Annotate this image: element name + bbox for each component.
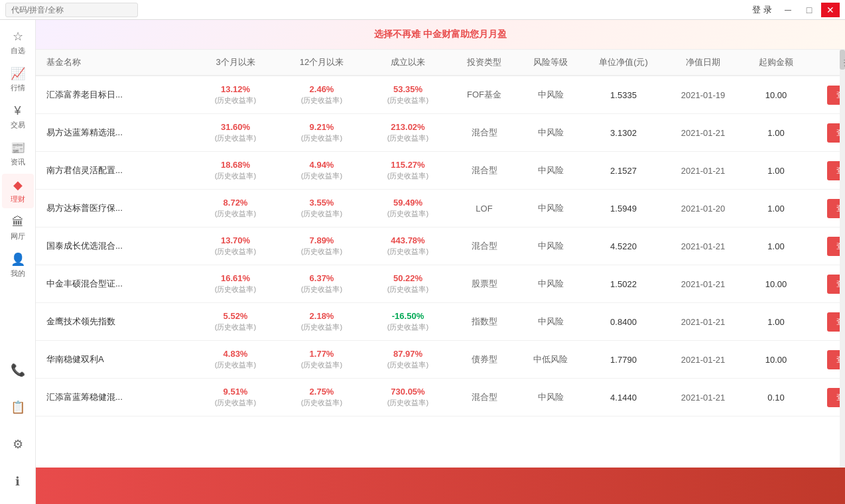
- sidebar-item-wanting[interactable]: 🏛 网厅: [2, 211, 34, 245]
- date-4: 2021-01-21: [663, 241, 743, 251]
- fund-name-1: 易方达蓝筹精选混...: [46, 127, 192, 139]
- nav-1: 3.1302: [584, 128, 663, 138]
- date-3: 2021-01-20: [663, 204, 743, 214]
- content-area: 选择不再难 中金财富助您月月盈 基金名称 3个月以来 12个月以来 成立以来 投…: [36, 20, 845, 504]
- fund-name-7: 华南稳健双利A: [46, 353, 192, 365]
- risk-1: 中风险: [517, 127, 584, 139]
- nav-2: 2.1527: [584, 166, 663, 176]
- type-3: LOF: [451, 204, 517, 214]
- retall-val-0: 53.35%: [393, 84, 422, 94]
- sidebar-item-info[interactable]: ℹ: [2, 464, 34, 499]
- fund-name-8: 汇添富蓝筹稳健混...: [46, 391, 192, 403]
- table-row: 易方达蓝筹精选混... 31.60% (历史收益率) 9.21% (历史收益率)…: [36, 114, 840, 152]
- ret12m-val-3: 3.55%: [310, 198, 334, 208]
- retall-cell-1: 213.02% (历史收益率): [365, 122, 451, 143]
- sidebar-item-settings[interactable]: ⚙: [2, 427, 34, 462]
- ret12m-sub-4: (历史收益率): [301, 247, 342, 257]
- sidebar-item-licai[interactable]: ◆ 理财: [2, 174, 34, 208]
- col-header-op: 操作: [809, 56, 845, 68]
- nav-5: 1.5022: [584, 279, 663, 289]
- type-2: 混合型: [451, 164, 517, 176]
- sidebar-item-zixun[interactable]: 📰 资讯: [2, 137, 34, 171]
- sidebar-item-list[interactable]: 📋: [2, 390, 34, 424]
- wode-icon: 👤: [11, 252, 25, 267]
- ret12m-cell-2: 4.94% (历史收益率): [279, 160, 365, 181]
- ret3m-cell-3: 8.72% (历史收益率): [192, 198, 279, 219]
- banner-text: 选择不再难 中金财富助您月月盈: [374, 29, 507, 40]
- sidebar-item-jiaoyi[interactable]: ¥ 交易: [2, 99, 34, 134]
- jiaoyi-icon: ¥: [14, 104, 21, 118]
- login-button[interactable]: 登 录: [748, 4, 776, 16]
- ret12m-cell-8: 2.75% (历史收益率): [279, 387, 365, 408]
- minbuy-5: 10.00: [743, 279, 809, 289]
- search-input[interactable]: [5, 3, 138, 17]
- table-row: 国泰成长优选混合... 13.70% (历史收益率) 7.89% (历史收益率)…: [36, 227, 840, 265]
- ret12m-cell-0: 2.46% (历史收益率): [279, 84, 365, 105]
- retall-sub-6: (历史收益率): [387, 322, 428, 332]
- nav-6: 0.8400: [584, 317, 663, 327]
- retall-cell-2: 115.27% (历史收益率): [365, 160, 451, 181]
- ret3m-sub-5: (历史收益率): [215, 284, 256, 294]
- title-bar: 登 录 ─ □ ✕: [0, 0, 845, 20]
- date-7: 2021-01-21: [663, 355, 743, 365]
- banner: 选择不再难 中金财富助您月月盈: [36, 20, 845, 50]
- ret12m-sub-0: (历史收益率): [301, 95, 342, 105]
- table-row: 易方达标普医疗保... 8.72% (历史收益率) 3.55% (历史收益率) …: [36, 190, 840, 227]
- retall-val-1: 213.02%: [391, 122, 424, 132]
- sidebar-item-zixuan[interactable]: ☆ 自选: [2, 25, 34, 60]
- ret3m-val-4: 13.70%: [221, 235, 250, 245]
- sidebar-label-jiaoyi: 交易: [11, 120, 25, 130]
- phone-icon: 📞: [11, 363, 25, 377]
- retall-val-2: 115.27%: [391, 160, 424, 170]
- table-row: 中金丰硕混合型证... 16.61% (历史收益率) 6.37% (历史收益率)…: [36, 265, 840, 303]
- ret3m-sub-3: (历史收益率): [215, 209, 256, 219]
- ret12m-cell-3: 3.55% (历史收益率): [279, 198, 365, 219]
- title-bar-left: [5, 3, 138, 17]
- ret3m-val-8: 9.51%: [224, 387, 248, 397]
- retall-val-3: 59.49%: [393, 198, 422, 208]
- ret12m-sub-3: (历史收益率): [301, 209, 342, 219]
- ret12m-val-4: 7.89%: [310, 235, 334, 245]
- ret3m-sub-8: (历史收益率): [215, 398, 256, 408]
- sidebar-item-wode[interactable]: 👤 我的: [2, 248, 34, 283]
- ret3m-cell-6: 5.52% (历史收益率): [192, 311, 279, 332]
- risk-6: 中风险: [517, 316, 584, 328]
- fund-table: 基金名称 3个月以来 12个月以来 成立以来 投资类型 风险等级 单位净值(元)…: [36, 50, 845, 468]
- ret3m-val-2: 18.68%: [221, 160, 250, 170]
- sidebar-label-wode: 我的: [11, 269, 25, 279]
- retall-val-5: 50.22%: [393, 273, 422, 283]
- risk-8: 中风险: [517, 391, 584, 403]
- risk-3: 中风险: [517, 202, 584, 214]
- retall-val-4: 443.78%: [391, 235, 424, 245]
- sidebar-item-hangqing[interactable]: 📈 行情: [2, 62, 34, 97]
- date-8: 2021-01-21: [663, 393, 743, 403]
- retall-sub-7: (历史收益率): [387, 360, 428, 370]
- type-4: 混合型: [451, 240, 517, 252]
- minbuy-0: 10.00: [743, 90, 809, 100]
- retall-cell-3: 59.49% (历史收益率): [365, 198, 451, 219]
- col-header-all: 成立以来: [365, 56, 451, 68]
- col-header-risk: 风险等级: [517, 56, 584, 68]
- close-button[interactable]: ✕: [821, 3, 840, 17]
- wanting-icon: 🏛: [12, 216, 24, 229]
- sidebar-item-phone[interactable]: 📞: [2, 353, 34, 387]
- date-1: 2021-01-21: [663, 128, 743, 138]
- ret3m-val-1: 31.60%: [221, 122, 250, 132]
- nav-4: 4.5220: [584, 241, 663, 251]
- type-0: FOF基金: [451, 89, 517, 101]
- minbuy-6: 1.00: [743, 317, 809, 327]
- ret12m-val-6: 2.18%: [310, 311, 334, 321]
- date-5: 2021-01-21: [663, 279, 743, 289]
- col-header-date: 净值日期: [663, 56, 743, 68]
- ret3m-sub-7: (历史收益率): [215, 360, 256, 370]
- maximize-button[interactable]: □: [800, 3, 818, 17]
- fund-name-3: 易方达标普医疗保...: [46, 202, 192, 214]
- list-icon: 📋: [11, 400, 25, 414]
- fund-name-5: 中金丰硕混合型证...: [46, 278, 192, 290]
- ret12m-val-2: 4.94%: [310, 160, 334, 170]
- fund-name-4: 国泰成长优选混合...: [46, 240, 192, 252]
- retall-val-8: 730.05%: [391, 387, 424, 397]
- minimize-button[interactable]: ─: [779, 3, 797, 17]
- minbuy-8: 0.10: [743, 393, 809, 403]
- ret3m-cell-0: 13.12% (历史收益率): [192, 84, 279, 105]
